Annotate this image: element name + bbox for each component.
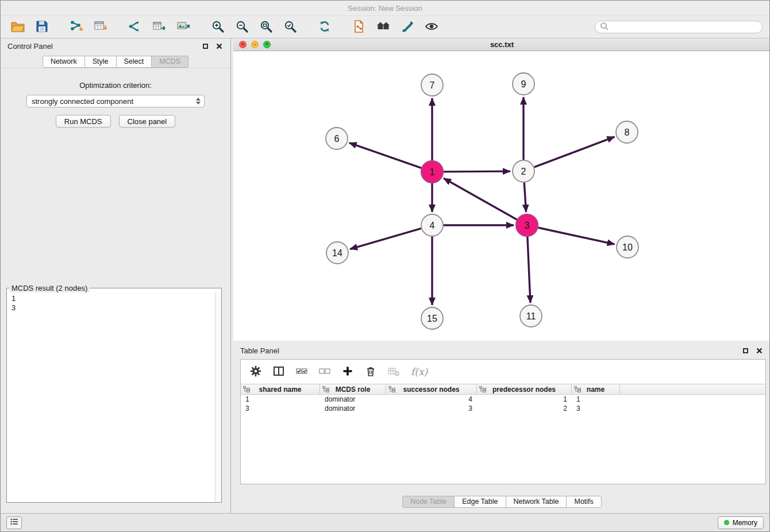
graph-node-2[interactable]: 2	[513, 160, 534, 182]
graph-edge-4-14[interactable]	[350, 229, 421, 249]
table-panel-header: Table Panel	[233, 343, 770, 358]
tab-mcds[interactable]: MCDS	[151, 56, 188, 68]
tab-edge-table[interactable]: Edge Table	[454, 496, 506, 508]
export-network-button[interactable]	[349, 18, 369, 36]
graph-node-14[interactable]: 14	[326, 242, 348, 264]
import-table-button[interactable]	[90, 18, 111, 36]
graph-edge-2-3[interactable]	[524, 183, 526, 212]
table-cell[interactable]: dominator	[320, 404, 386, 413]
open-session-button[interactable]	[7, 18, 28, 36]
graph-node-11[interactable]: 11	[520, 305, 542, 327]
column-header-successor-nodes[interactable]: successor nodes	[386, 384, 477, 394]
unselect-all-columns-button[interactable]	[319, 366, 330, 378]
graph-node-4[interactable]: 4	[421, 214, 443, 236]
delete-table-button[interactable]	[388, 366, 399, 378]
close-panel-button[interactable]: Close panel	[119, 115, 176, 128]
optimization-dropdown[interactable]: strongly connected component	[26, 95, 205, 107]
svg-text:9: 9	[521, 79, 526, 89]
tab-network-table[interactable]: Network Table	[506, 496, 567, 508]
new-network-button[interactable]	[125, 18, 145, 36]
graph-node-15[interactable]: 15	[421, 307, 443, 329]
search-input[interactable]	[612, 23, 757, 32]
graph-node-3[interactable]: 3	[516, 214, 538, 236]
float-panel-icon[interactable]	[201, 41, 210, 51]
control-panel-tabs: NetworkStyleSelectMCDS	[1, 53, 230, 68]
import-network-button[interactable]	[66, 18, 87, 36]
graph-edge-3-1[interactable]	[444, 178, 517, 219]
svg-text:6: 6	[334, 134, 340, 144]
table-toolbar: f(x)	[241, 360, 765, 384]
task-history-button[interactable]	[6, 516, 22, 529]
mcds-result-list: 13	[7, 292, 221, 314]
home-button[interactable]	[373, 18, 394, 36]
run-mcds-button[interactable]: Run MCDS	[56, 115, 111, 128]
export-table-icon	[152, 20, 167, 35]
column-header-predecessor-nodes[interactable]: predecessor nodes	[477, 384, 572, 394]
graph-node-1[interactable]: 1	[421, 161, 443, 183]
close-table-panel-icon[interactable]	[754, 346, 764, 355]
network-window-titlebar[interactable]: × – + scc.txt	[233, 38, 770, 51]
table-cell[interactable]: 3	[241, 404, 320, 413]
float-table-panel-icon[interactable]	[741, 346, 750, 355]
function-builder-button[interactable]: f(x)	[411, 366, 428, 377]
dropdown-arrows-icon	[196, 98, 201, 105]
column-header-MCDS-role[interactable]: MCDS role	[320, 384, 386, 394]
tab-motifs[interactable]: Motifs	[566, 496, 601, 508]
add-row-button[interactable]	[342, 365, 353, 379]
table-cell[interactable]: 1	[241, 395, 320, 403]
zoom-out-button[interactable]	[232, 18, 252, 36]
graph-edge-1-2[interactable]	[444, 171, 510, 172]
show-columns-button[interactable]	[273, 365, 284, 379]
zoom-in-button[interactable]	[207, 18, 228, 36]
column-header-name[interactable]: name	[572, 384, 620, 394]
export-table-button[interactable]	[149, 18, 170, 36]
close-window-icon[interactable]: ×	[239, 41, 247, 48]
style-paint-button[interactable]	[397, 18, 418, 36]
zoom-selected-button[interactable]	[280, 18, 301, 36]
tab-style[interactable]: Style	[84, 56, 117, 68]
toggle-view-button[interactable]	[421, 18, 442, 36]
graph-node-8[interactable]: 8	[616, 121, 638, 143]
export-image-button[interactable]	[173, 18, 194, 36]
table-cell[interactable]: 4	[386, 395, 477, 403]
close-panel-icon[interactable]	[214, 41, 224, 51]
table-row[interactable]: 3dominator323	[241, 404, 765, 413]
export-network-icon	[352, 20, 366, 35]
delete-table-icon	[388, 366, 399, 378]
graph-edge-3-10[interactable]	[538, 228, 615, 244]
delete-rows-button[interactable]	[365, 365, 376, 379]
graph-edge-3-11[interactable]	[528, 237, 530, 303]
tab-network[interactable]: Network	[43, 56, 85, 68]
table-cell[interactable]: dominator	[320, 395, 386, 403]
table-cell[interactable]: 3	[386, 404, 477, 413]
table-settings-button[interactable]	[250, 365, 261, 379]
zoom-fit-button[interactable]	[256, 18, 276, 36]
dropdown-value: strongly connected component	[32, 97, 133, 106]
table-cell[interactable]: 1	[572, 395, 620, 403]
save-session-button[interactable]	[32, 18, 52, 36]
table-row[interactable]: 1dominator411	[241, 395, 765, 404]
table-cell[interactable]: 3	[572, 404, 620, 413]
mcds-result-title: MCDS result (2 nodes)	[9, 284, 90, 292]
graph-node-7[interactable]: 7	[421, 74, 443, 96]
search-field[interactable]	[595, 21, 763, 33]
memory-button[interactable]: Memory	[718, 516, 764, 529]
select-all-columns-button[interactable]	[296, 366, 307, 378]
graph-edge-1-6[interactable]	[349, 143, 421, 168]
tab-select[interactable]: Select	[116, 56, 152, 68]
minimize-window-icon[interactable]: –	[251, 41, 259, 48]
result-scrollbar[interactable]	[215, 292, 221, 502]
table-cell[interactable]: 1	[477, 395, 572, 403]
graph-node-6[interactable]: 6	[326, 128, 348, 149]
table-cell[interactable]: 2	[477, 404, 572, 413]
column-header-shared-name[interactable]: shared name	[241, 384, 320, 394]
tab-node-table[interactable]: Node Table	[402, 496, 455, 508]
refresh-button[interactable]	[314, 18, 335, 36]
svg-text:11: 11	[526, 311, 536, 321]
graph-node-10[interactable]: 10	[617, 236, 638, 258]
maximize-window-icon[interactable]: +	[263, 41, 271, 48]
table-body: 1dominator4113dominator323	[241, 395, 765, 413]
graph-node-9[interactable]: 9	[513, 73, 534, 95]
network-canvas[interactable]: 7968124314101511	[233, 51, 770, 340]
graph-edge-2-8[interactable]	[534, 137, 615, 167]
